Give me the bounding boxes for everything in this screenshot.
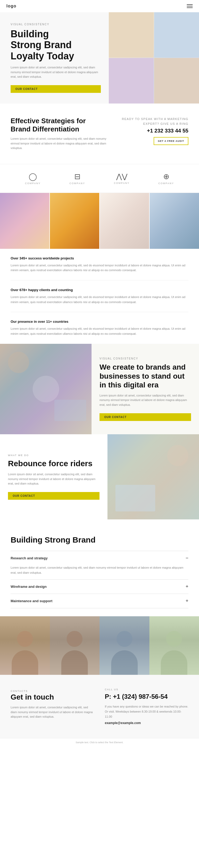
gallery-item-3 xyxy=(100,193,149,249)
accordion-item-1: Research and strategy − Lorem ipsum dolo… xyxy=(11,551,188,579)
strategies-description: Lorem ipsum dolor sit amet, consectetur … xyxy=(11,136,114,151)
ready-label: READY TO SPEAK WITH A MARKETING EXPERT? … xyxy=(119,117,188,126)
rebounce-image-overlay xyxy=(108,434,199,519)
logo: logo xyxy=(6,4,16,8)
strategies-phone: +1 232 333 44 55 xyxy=(119,128,188,134)
logo-icon-4: ⊕ xyxy=(158,172,174,181)
gallery-item-4 xyxy=(150,193,199,249)
stat-title-1: Over 345+ success worldwide projects xyxy=(11,256,188,260)
logo-icon-1: ◯ xyxy=(25,172,41,181)
team-photo-inner-2 xyxy=(50,616,100,675)
contact-info: If you have any questions or ideas we ca… xyxy=(105,704,188,719)
logo-item-1: ◯ COMPANY xyxy=(25,172,41,185)
accordion-item-2: Wireframe and design + xyxy=(11,579,188,594)
brand-eyebrow: VISUAL CONSISTENCY xyxy=(100,357,191,360)
hero-image xyxy=(109,12,199,103)
hero-cta-button[interactable]: OUR CONTACT xyxy=(11,85,101,93)
accordion-title-3: Maintenance and support xyxy=(11,599,52,603)
contact-section: CONTACTS Get in touch Lorem ipsum dolor … xyxy=(0,675,199,738)
stat-desc-3: Lorem ipsum dolor sit amet, consectetur … xyxy=(11,326,188,336)
rebounce-eyebrow: WHAT WE DO xyxy=(8,454,100,457)
brand-section: VISUAL CONSISTENCY We create to brands a… xyxy=(0,344,199,434)
strategies-content: Effective Strategies for Brand Different… xyxy=(11,117,114,151)
accordion-header-2[interactable]: Wireframe and design + xyxy=(11,580,188,594)
accordion-header-3[interactable]: Maintenance and support + xyxy=(11,594,188,608)
gallery-item-2 xyxy=(50,193,99,249)
collage-cell-1 xyxy=(109,12,154,58)
stat-desc-2: Lorem ipsum dolor sit amet, consectetur … xyxy=(11,294,188,304)
strategies-section: Effective Strategies for Brand Different… xyxy=(0,103,199,164)
image-gallery xyxy=(0,193,199,249)
gallery-image-1 xyxy=(0,193,49,249)
accordion-header-1[interactable]: Research and strategy − xyxy=(11,551,188,565)
rebounce-description: Lorem ipsum dolor sit amet, consectetur … xyxy=(8,472,100,486)
gallery-image-2 xyxy=(50,193,99,249)
logo-icon-2: ⊟ xyxy=(70,172,85,181)
brand-heading: We create to brands and businesses to st… xyxy=(100,363,191,390)
logo-item-2: ⊟ COMPANY xyxy=(70,172,85,185)
contact-left: CONTACTS Get in touch Lorem ipsum dolor … xyxy=(11,688,94,725)
rebounce-cta-button[interactable]: OUR CONTACT xyxy=(8,492,100,500)
team-photo-2 xyxy=(50,616,100,675)
hamburger-menu[interactable] xyxy=(187,4,193,8)
collage-cell-3 xyxy=(109,58,154,103)
hero-description: Lorem ipsum dolor sit amet, consectetur … xyxy=(11,65,101,79)
hero-eyebrow: VISUAL CONSISTENCY xyxy=(11,23,101,26)
brand-description: Lorem ipsum dolor sit amet, consectetur … xyxy=(100,393,191,407)
gallery-image-4 xyxy=(150,193,199,249)
logo-item-3: ⋀⋁ COMPANY xyxy=(114,173,129,184)
footer-hint: Sample text. Click to select the Text El… xyxy=(0,738,199,746)
brand-cta-button[interactable]: OUR CONTACT xyxy=(100,413,191,421)
rebounce-heading: Rebounce force riders xyxy=(8,459,100,468)
strategies-heading: Effective Strategies for Brand Different… xyxy=(11,117,114,133)
stat-desc-1: Lorem ipsum dolor sit amet, consectetur … xyxy=(11,263,188,273)
contact-email[interactable]: example@example.com xyxy=(105,721,188,725)
collage-cell-4 xyxy=(154,58,199,103)
collage-cell-2 xyxy=(154,12,199,58)
logo-label-4: COMPANY xyxy=(158,182,174,185)
building-brand-heading: Building Strong Brand xyxy=(11,535,188,545)
brand-image-overlay xyxy=(0,344,91,434)
audit-button[interactable]: GET A FREE AUDIT xyxy=(154,137,188,145)
building-brand-section: Building Strong Brand Research and strat… xyxy=(0,519,199,616)
contacts-label: CONTACTS xyxy=(11,690,28,692)
accordion-title-1: Research and strategy xyxy=(11,556,47,560)
strategies-cta: READY TO SPEAK WITH A MARKETING EXPERT? … xyxy=(119,117,188,145)
stat-item-3: Our presence in over 11+ countries Lorem… xyxy=(11,312,188,344)
contact-description: Lorem ipsum dolor sit amet, consectetur … xyxy=(11,705,94,719)
accordion-title-2: Wireframe and design xyxy=(11,585,47,589)
contact-right: CALL US P: +1 (324) 987-56-54 If you hav… xyxy=(105,688,188,725)
accordion-item-3: Maintenance and support + xyxy=(11,594,188,608)
call-us-label: CALL US xyxy=(105,688,188,691)
stat-title-3: Our presence in over 11+ countries xyxy=(11,319,188,323)
rebounce-content: WHAT WE DO Rebounce force riders Lorem i… xyxy=(0,434,108,519)
gallery-item-1 xyxy=(0,193,49,249)
hero-section: VISUAL CONSISTENCY Building Strong Brand… xyxy=(0,12,199,103)
brand-image xyxy=(0,344,91,434)
accordion-content-1: Lorem ipsum dolor sit amet, consectetur … xyxy=(11,565,188,579)
accordion-icon-1: − xyxy=(186,555,188,561)
accordion-icon-3: + xyxy=(186,598,188,604)
navigation: logo xyxy=(0,0,199,12)
team-photo-3 xyxy=(100,616,149,675)
rebounce-image xyxy=(108,434,199,519)
stat-item-2: Over 678+ happy clients and counting Lor… xyxy=(11,280,188,312)
logo-icon-3: ⋀⋁ xyxy=(114,173,129,181)
team-photo-inner-1 xyxy=(0,616,50,675)
gallery-image-3 xyxy=(100,193,149,249)
logo-label-3: COMPANY xyxy=(114,182,129,184)
brand-content: VISUAL CONSISTENCY We create to brands a… xyxy=(91,344,199,434)
contact-heading: Get in touch xyxy=(11,693,94,702)
stats-section: Over 345+ success worldwide projects Lor… xyxy=(0,249,199,344)
contact-phone: P: +1 (324) 987-56-54 xyxy=(105,693,188,700)
hero-content: VISUAL CONSISTENCY Building Strong Brand… xyxy=(0,12,109,103)
logos-row: ◯ COMPANY ⊟ COMPANY ⋀⋁ COMPANY ⊕ COMPANY xyxy=(0,164,199,193)
stat-item-1: Over 345+ success worldwide projects Lor… xyxy=(11,249,188,280)
accordion-icon-2: + xyxy=(186,584,188,589)
logo-label-2: COMPANY xyxy=(70,182,85,185)
team-photos xyxy=(0,616,199,675)
hero-heading: Building Strong Brand Loyalty Today xyxy=(11,28,101,61)
logo-label-1: COMPANY xyxy=(25,182,41,185)
team-photo-inner-4 xyxy=(149,616,199,675)
logo-item-4: ⊕ COMPANY xyxy=(158,172,174,185)
